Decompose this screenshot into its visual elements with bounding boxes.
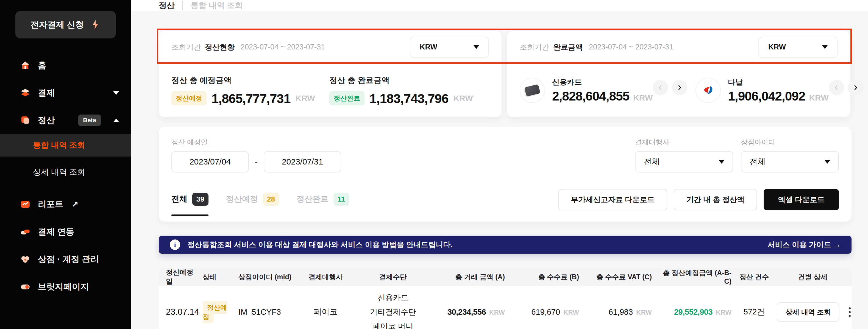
- currency-value: KRW: [768, 43, 786, 52]
- completed-summary-card: 조회기간 완료금액 2023-07-04 ~ 2023-07-31 KRW 신용: [507, 31, 850, 117]
- app-window: 전자결제 신청 홈 결제: [0, 0, 868, 329]
- sidebar-item-settlement[interactable]: 정산 Beta: [0, 106, 131, 134]
- amount-value: 61,983: [609, 307, 633, 317]
- column-header: 총 거래 금액 (A): [429, 272, 507, 282]
- sidebar-item-home[interactable]: 홈: [0, 52, 131, 79]
- sidebar-item-payments[interactable]: 결제: [0, 79, 131, 106]
- pg-filter-label: 결제대행사: [635, 138, 733, 146]
- tab-label: 정산완료: [297, 194, 329, 205]
- tab-all[interactable]: 전체 39: [172, 193, 209, 207]
- date-from-input[interactable]: 2023/07/04: [172, 151, 249, 172]
- tab-count-badge: 28: [263, 193, 279, 206]
- stat-scheduled-total: 정산 총 예정금액 정산예정 1,865,777,731 KRW: [172, 75, 329, 106]
- sidebar-item-store-account[interactable]: 상점 · 계정 관리: [0, 245, 131, 273]
- payment-method: 신용카드: [378, 293, 408, 303]
- summary-section: 조회기간 정산현황 2023-07-04 ~ 2023-07-31 KRW 정산…: [159, 31, 850, 117]
- carousel-next-button[interactable]: [848, 80, 863, 95]
- card-title: 완료금액: [553, 42, 583, 52]
- tab-completed[interactable]: 정산완료 11: [297, 193, 349, 207]
- sidebar-item-label: 결제: [38, 87, 55, 99]
- external-link-icon: ↗: [72, 200, 78, 209]
- epayment-apply-button[interactable]: 전자결제 신청: [16, 11, 116, 38]
- currency-select[interactable]: KRW: [758, 37, 838, 58]
- mid-filter: 상점아이디 전체: [741, 138, 839, 172]
- column-header: 총 수수료 VAT (C): [582, 272, 655, 282]
- sidebar-item-bridgepage[interactable]: 브릿지페이지: [0, 273, 131, 300]
- stat-unit: KRW: [296, 94, 315, 103]
- button-label: 기간 내 총 정산액: [686, 195, 745, 205]
- excel-download-button[interactable]: 엑셀 다운로드: [764, 189, 839, 210]
- period-range: 2023-07-04 ~ 2023-07-31: [241, 43, 325, 52]
- kebab-menu-icon[interactable]: [846, 305, 851, 319]
- amount-value: 29,552,903: [674, 307, 713, 317]
- amount-value: 619,670: [531, 307, 560, 317]
- sidebar-item-label: 브릿지페이지: [38, 281, 89, 293]
- pg-unit: KRW: [809, 93, 829, 102]
- sidebar-item-report[interactable]: 리포트 ↗: [0, 191, 131, 218]
- pg-stat-danal: 다날 1,906,042,092 KRW: [695, 77, 868, 103]
- sidebar: 전자결제 신청 홈 결제: [0, 0, 131, 329]
- chevron-down-icon: [719, 160, 724, 164]
- chevron-down-icon: [822, 45, 828, 49]
- tab-count-badge: 39: [192, 193, 209, 206]
- scheduled-card-body: 정산 총 예정금액 정산예정 1,865,777,731 KRW 정산 총 완료…: [159, 63, 502, 117]
- cell-payment-methods: 신용카드 기타결제수단 페이코 머니: [356, 293, 429, 329]
- tabs-row: 전체 39 정산예정 28 정산완료 11 부가세신고자료 다운로드: [172, 189, 839, 210]
- chevron-down-icon: [473, 45, 479, 49]
- tab-label: 정산예정: [226, 194, 258, 205]
- pg-name: 신용카드: [552, 77, 653, 87]
- sidebar-item-payment-link[interactable]: 결제 연동: [0, 218, 131, 245]
- service-guide-link[interactable]: 서비스 이용 가이드 →: [768, 240, 840, 250]
- carousel-prev-button[interactable]: [653, 80, 668, 95]
- danal-logo: [695, 78, 721, 103]
- column-header: 총 수수료 (B): [507, 272, 582, 282]
- sidebar-item-label: 상점 · 계정 관리: [38, 254, 99, 265]
- chevron-up-icon: [113, 119, 119, 122]
- tab-label: 전체: [172, 194, 187, 205]
- mid-select-value: 전체: [750, 156, 766, 167]
- detail-view-button[interactable]: 상세 내역 조회: [777, 302, 839, 322]
- mid-select[interactable]: 전체: [741, 151, 839, 172]
- layers-icon: [20, 87, 31, 98]
- credit-card-icon: [520, 78, 545, 103]
- breadcrumb: 정산 통합 내역 조회: [131, 0, 868, 11]
- pg-select[interactable]: 전체: [635, 151, 733, 172]
- cell-mid: IM_51CYF3: [236, 307, 295, 317]
- sidebar-item-label: 홈: [38, 60, 46, 71]
- content: 조회기간 정산현황 2023-07-04 ~ 2023-07-31 KRW 정산…: [131, 11, 868, 329]
- button-label: 부가세신고자료 다운로드: [571, 195, 655, 205]
- column-header: 정산예정일: [159, 268, 200, 286]
- currency-select[interactable]: KRW: [410, 37, 489, 58]
- filter-row: 정산 예정일 2023/07/04 - 2023/07/31: [172, 138, 839, 172]
- pg-filter: 결제대행사 전체: [635, 138, 733, 172]
- tab-scheduled[interactable]: 정산예정 28: [226, 193, 279, 207]
- sidebar-subitem-integrated-history[interactable]: 통합 내역 조회: [0, 134, 131, 157]
- sidebar-subitem-detail-history[interactable]: 상세 내역 조회: [0, 161, 131, 184]
- date-to-value: 2023/07/31: [282, 157, 323, 166]
- sidebar-nav: 홈 결제 정산 Beta 통합 내역 조회: [0, 52, 131, 300]
- settlement-icon: [20, 115, 31, 126]
- settlement-date-filter: 정산 예정일 2023/07/04 - 2023/07/31: [172, 138, 341, 172]
- date-to-input[interactable]: 2023/07/31: [264, 151, 341, 172]
- cell-settlement-date: 23.07.14: [159, 307, 200, 317]
- carousel-prev-button[interactable]: [829, 80, 844, 95]
- amount-unit: KRW: [489, 309, 505, 316]
- carousel-next-button[interactable]: [672, 80, 687, 95]
- column-header: 결제대행사: [295, 272, 356, 282]
- period-label: 조회기간: [520, 42, 549, 52]
- payment-method: 기타결제수단: [370, 307, 416, 317]
- pg-select-value: 전체: [644, 156, 660, 167]
- mid-filter-label: 상점아이디: [741, 138, 839, 146]
- date-range-separator: -: [255, 157, 258, 166]
- cell-vat: 61,983 KRW: [582, 307, 655, 317]
- vat-report-download-button[interactable]: 부가세신고자료 다운로드: [558, 189, 667, 210]
- amount-value: 30,234,556: [447, 307, 486, 317]
- card-title: 정산현황: [205, 42, 235, 52]
- stat-label: 정산 총 완료금액: [329, 75, 487, 86]
- stat-unit: KRW: [454, 94, 473, 103]
- column-header: 총 정산예정금액 (A-B-C): [655, 268, 734, 285]
- pg-unit: KRW: [633, 93, 653, 102]
- date-filter-label: 정산 예정일: [172, 138, 341, 146]
- tab-count-badge: 11: [334, 193, 349, 206]
- period-total-button[interactable]: 기간 내 총 정산액: [674, 189, 757, 210]
